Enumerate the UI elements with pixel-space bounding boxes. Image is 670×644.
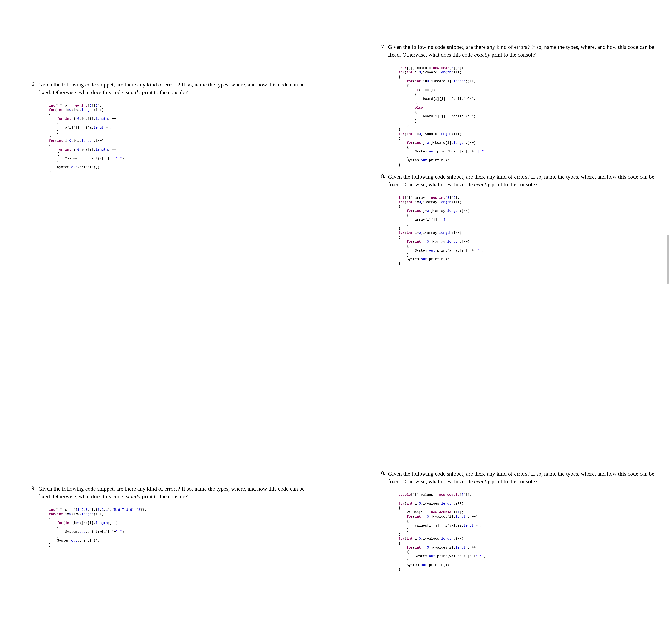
prompt-post: print to the console? bbox=[490, 52, 537, 58]
prompt-post: print to the console? bbox=[140, 493, 188, 499]
question-text-7: Given the following code snippet, are th… bbox=[388, 43, 665, 58]
code-snippet-9: int[][] w = {{1,2,3,4},{3,2,1},{5,6,7,8,… bbox=[49, 508, 316, 547]
vertical-scrollbar-thumb[interactable] bbox=[667, 235, 669, 284]
question-8: 8. Given the following code snippet, are… bbox=[374, 173, 666, 266]
question-number-8: 8. bbox=[374, 173, 387, 179]
page-container: 6. Given the following code snippet, are… bbox=[0, 0, 670, 644]
prompt-post: print to the console? bbox=[490, 478, 537, 484]
code-snippet-8: int[][] array = new int[3][2]; for(int i… bbox=[399, 196, 666, 266]
prompt-post: print to the console? bbox=[490, 181, 537, 187]
code-snippet-10: double[][] values = new double[5][]; for… bbox=[399, 493, 666, 572]
question-number-6: 6. bbox=[24, 81, 38, 87]
prompt-em: exactly bbox=[474, 478, 490, 484]
question-number-9: 9. bbox=[24, 485, 38, 491]
question-number-7: 7. bbox=[374, 43, 387, 50]
question-7: 7. Given the following code snippet, are… bbox=[374, 43, 666, 167]
question-number-10: 10. bbox=[374, 470, 387, 476]
question-text-9: Given the following code snippet, are th… bbox=[38, 485, 315, 500]
question-10: 10. Given the following code snippet, ar… bbox=[374, 470, 666, 572]
code-snippet-7: char[][] board = new char[3][3]; for(int… bbox=[399, 66, 666, 167]
prompt-em: exactly bbox=[474, 52, 490, 58]
prompt-em: exactly bbox=[474, 181, 490, 187]
question-6: 6. Given the following code snippet, are… bbox=[24, 81, 316, 174]
question-text-10: Given the following code snippet, are th… bbox=[388, 470, 665, 485]
question-9: 9. Given the following code snippet, are… bbox=[24, 485, 316, 547]
question-text-6: Given the following code snippet, are th… bbox=[38, 81, 315, 96]
prompt-em: exactly bbox=[124, 89, 140, 95]
code-snippet-6: int[][] a = new int[5][5]; for(int i=0;i… bbox=[49, 104, 316, 174]
prompt-em: exactly bbox=[124, 493, 140, 499]
question-text-8: Given the following code snippet, are th… bbox=[388, 173, 665, 188]
prompt-post: print to the console? bbox=[140, 89, 188, 95]
